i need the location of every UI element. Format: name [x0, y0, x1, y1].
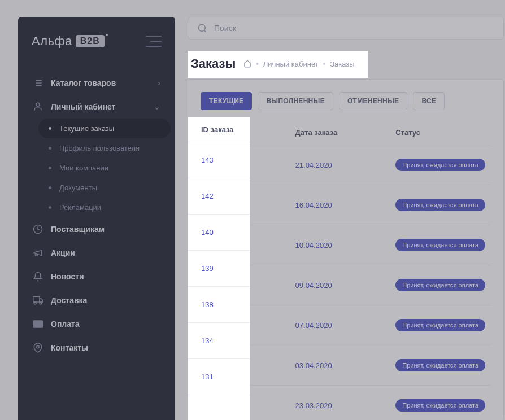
- orders-table: ID заказа Дата заказа Статус 14321.04.20…: [201, 120, 491, 420]
- dot-icon: [49, 206, 51, 209]
- table-row[interactable]: 14321.04.2020Принят, ожидается оплата: [201, 145, 491, 185]
- tab-current[interactable]: ТЕКУЩИЕ: [201, 92, 252, 110]
- sidebar-item-label: Профиль пользователя: [59, 144, 140, 152]
- sidebar-sub-profile[interactable]: Профиль пользователя: [38, 138, 171, 158]
- sidebar-subnav: Текущие заказы Профиль пользователя Мои …: [23, 119, 171, 217]
- cell-order-status: Принят, ожидается оплата: [390, 265, 491, 305]
- cell-order-date: 07.04.2020: [290, 305, 390, 345]
- cell-order-status: Принят, ожидается оплата: [390, 185, 491, 225]
- table-row[interactable]: 13123.03.2020Принят, ожидается оплата: [201, 386, 491, 421]
- search-bar[interactable]: [188, 17, 504, 40]
- card-icon: [33, 319, 43, 329]
- separator: •: [254, 58, 256, 66]
- sidebar-item-label: Акции: [51, 248, 75, 257]
- menu-toggle-icon[interactable]: [146, 36, 162, 47]
- breadcrumb-link-account[interactable]: Личный кабинет: [261, 58, 316, 66]
- svg-point-10: [34, 302, 36, 304]
- cell-order-status: Принят, ожидается оплата: [390, 145, 491, 185]
- sidebar-sub-companies[interactable]: Мои компании: [38, 158, 171, 178]
- svg-rect-12: [33, 320, 43, 328]
- dot-icon: [49, 127, 51, 130]
- cell-order-id[interactable]: 131: [201, 386, 290, 421]
- sidebar-sub-docs[interactable]: Документы: [38, 178, 171, 198]
- sidebar-item-delivery[interactable]: Доставка: [23, 288, 171, 312]
- cell-order-id[interactable]: 140: [201, 225, 290, 265]
- search-input[interactable]: [214, 24, 494, 33]
- sidebar-item-label: Каталог товаров: [51, 78, 116, 88]
- table-row[interactable]: 14216.04.2020Принят, ожидается оплата: [201, 185, 491, 225]
- sidebar-item-label: Рекламации: [59, 203, 101, 212]
- col-header-status[interactable]: Статус: [390, 120, 491, 145]
- cell-order-date: 09.04.2020: [290, 265, 390, 305]
- sidebar-item-suppliers[interactable]: Поставщикам: [23, 217, 171, 241]
- cell-order-status: Принят, ожидается оплата: [390, 345, 491, 386]
- svg-point-6: [36, 103, 40, 106]
- sidebar-sub-current-orders[interactable]: Текущие заказы: [38, 119, 171, 138]
- svg-rect-8: [33, 296, 40, 302]
- breadcrumb-link-orders[interactable]: Заказы: [328, 58, 352, 66]
- cell-order-date: 16.04.2020: [290, 185, 390, 225]
- main-content: Заказы • Личный кабинет • Заказы ТЕКУЩИЕ…: [188, 17, 504, 420]
- search-icon: [197, 23, 207, 33]
- chevron-right-icon: ›: [158, 78, 160, 88]
- status-badge: Принят, ожидается оплата: [395, 319, 485, 331]
- sidebar-item-catalog[interactable]: Каталог товаров ›: [23, 71, 171, 95]
- user-icon: [33, 102, 43, 112]
- status-badge: Принят, ожидается оплата: [395, 359, 485, 371]
- cell-order-id[interactable]: 138: [201, 305, 290, 345]
- cell-order-date: 03.04.2020: [290, 345, 390, 386]
- sidebar-item-label: Личный кабинет: [51, 102, 115, 111]
- cell-order-id[interactable]: 139: [201, 265, 290, 305]
- table-row[interactable]: 13909.04.2020Принят, ожидается оплата: [201, 265, 491, 305]
- sidebar-sub-claims[interactable]: Рекламации: [38, 198, 171, 217]
- cell-order-date: 23.03.2020: [290, 386, 390, 421]
- list-icon: [33, 78, 43, 88]
- sidebar-item-promo[interactable]: Акции: [23, 241, 171, 265]
- brand-logo[interactable]: Альфа B2B: [32, 34, 105, 49]
- table-row[interactable]: 14010.04.2020Принят, ожидается оплата: [201, 225, 491, 265]
- tabs: ТЕКУЩИЕ ВЫПОЛНЕННЫЕ ОТМЕНЕННЫЕ ВСЕ: [201, 92, 491, 110]
- tab-done[interactable]: ВЫПОЛНЕННЫЕ: [258, 92, 333, 110]
- table-row[interactable]: 13403.04.2020Принят, ожидается оплата: [201, 345, 491, 386]
- col-header-id[interactable]: ID заказа: [201, 120, 290, 145]
- svg-point-11: [40, 302, 42, 304]
- col-header-date[interactable]: Дата заказа: [290, 120, 390, 145]
- megaphone-icon: [33, 248, 43, 258]
- status-badge: Принят, ожидается оплата: [395, 399, 485, 412]
- home-icon[interactable]: [241, 58, 249, 65]
- sidebar-item-label: Доставка: [51, 296, 87, 305]
- dot-icon: [49, 186, 51, 189]
- svg-line-15: [204, 30, 206, 32]
- sidebar: Альфа B2B Каталог товаров › Личный кабин…: [18, 17, 175, 420]
- status-badge: Принят, ожидается оплата: [395, 199, 485, 211]
- cell-order-id[interactable]: 142: [201, 185, 290, 225]
- bell-icon: [33, 272, 43, 282]
- separator: •: [321, 58, 324, 66]
- brand-text: Альфа: [32, 34, 72, 49]
- sidebar-item-payment[interactable]: Оплата: [23, 312, 171, 336]
- dot-icon: [49, 147, 51, 150]
- table-row[interactable]: 13807.04.2020Принят, ожидается оплата: [201, 305, 491, 345]
- sidebar-item-contacts[interactable]: Контакты: [23, 336, 171, 360]
- page-title: Заказы: [189, 54, 233, 69]
- sidebar-item-label: Оплата: [51, 320, 80, 329]
- sidebar-item-account[interactable]: Личный кабинет ⌄: [23, 95, 171, 119]
- sidebar-item-label: Мои компании: [59, 164, 108, 172]
- breadcrumb: • Личный кабинет • Заказы: [241, 58, 352, 66]
- brand-badge: B2B: [76, 35, 105, 47]
- svg-point-14: [198, 24, 205, 31]
- svg-point-13: [37, 345, 40, 348]
- cell-order-id[interactable]: 143: [201, 145, 290, 185]
- sidebar-item-label: Текущие заказы: [59, 124, 114, 133]
- sidebar-item-news[interactable]: Новости: [23, 265, 171, 288]
- tab-all[interactable]: ВСЕ: [413, 92, 445, 110]
- orders-card: ТЕКУЩИЕ ВЫПОЛНЕННЫЕ ОТМЕНЕННЫЕ ВСЕ ID за…: [188, 79, 504, 420]
- cell-order-id[interactable]: 134: [201, 345, 290, 386]
- svg-marker-9: [40, 299, 42, 302]
- truck-icon: [33, 295, 43, 305]
- dot-icon: [49, 167, 51, 169]
- cell-order-date: 21.04.2020: [290, 145, 390, 185]
- sidebar-item-label: Новости: [51, 272, 84, 281]
- page-header: Заказы • Личный кабинет • Заказы: [188, 50, 504, 79]
- tab-cancelled[interactable]: ОТМЕНЕННЫЕ: [339, 92, 407, 110]
